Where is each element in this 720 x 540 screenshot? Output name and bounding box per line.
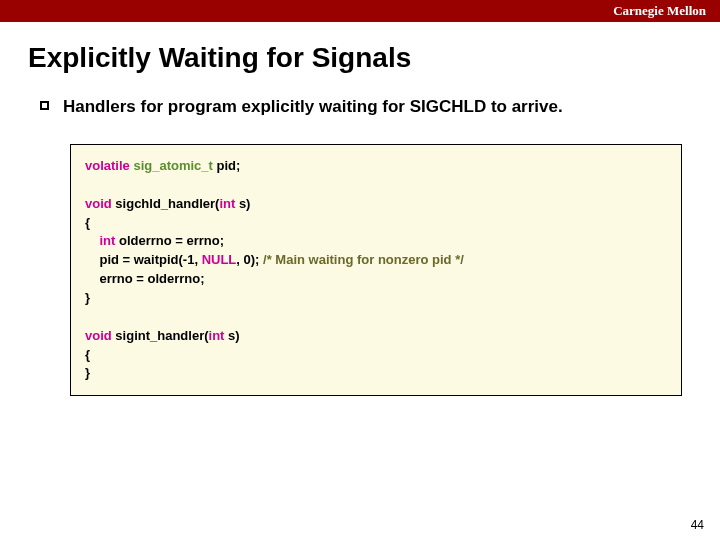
kw-int: int — [219, 196, 235, 211]
param-s: s) — [224, 328, 239, 343]
fn-sigint: sigint_handler( — [112, 328, 209, 343]
top-bar: Carnegie Mellon — [0, 0, 720, 22]
line-olderrno: olderrno = errno; — [115, 233, 224, 248]
brace-open: { — [85, 214, 667, 233]
kw-int: int — [85, 233, 115, 248]
kw-int: int — [209, 328, 225, 343]
bullet-icon — [40, 101, 49, 110]
bullet-row: Handlers for program explicitly waiting … — [40, 96, 692, 118]
line-pid-post: , 0); — [236, 252, 263, 267]
brace-close: } — [85, 289, 667, 308]
fn-sigchld: sigchld_handler( — [112, 196, 220, 211]
bullet-text: Handlers for program explicitly waiting … — [63, 96, 563, 118]
kw-volatile: volatile — [85, 158, 130, 173]
param-s: s) — [235, 196, 250, 211]
slide-title: Explicitly Waiting for Signals — [28, 42, 720, 74]
type-sigatomic: sig_atomic_t — [133, 158, 212, 173]
brace-open: { — [85, 346, 667, 365]
kw-null: NULL — [202, 252, 237, 267]
kw-void: void — [85, 328, 112, 343]
brand-label: Carnegie Mellon — [613, 3, 706, 19]
code-box: volatile sig_atomic_t pid; void sigchld_… — [70, 144, 682, 396]
body-area: Handlers for program explicitly waiting … — [0, 96, 720, 396]
line-pid-pre: pid = waitpid(-1, — [85, 252, 202, 267]
line-errno: errno = olderrno; — [85, 270, 667, 289]
ident-pid: pid; — [213, 158, 240, 173]
page-number: 44 — [691, 518, 704, 532]
kw-void: void — [85, 196, 112, 211]
comment-main: /* Main waiting for nonzero pid */ — [263, 252, 464, 267]
brace-close: } — [85, 364, 667, 383]
